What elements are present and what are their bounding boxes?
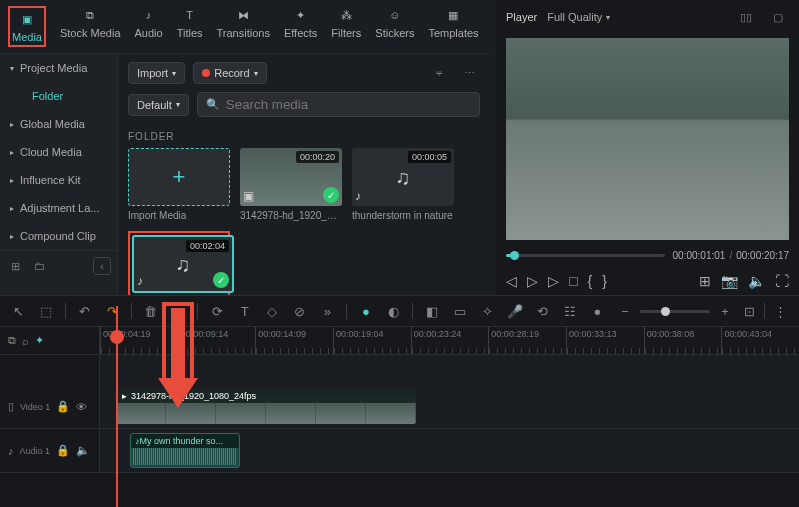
more-tools-icon[interactable]: » (319, 302, 337, 320)
mic-icon[interactable]: 🎤 (506, 302, 524, 320)
record-icon[interactable]: ● (589, 302, 607, 320)
playhead[interactable] (116, 306, 118, 507)
record-button[interactable]: Record▾ (193, 62, 266, 84)
video-clip[interactable]: ▸3142978-hd_1920_1080_24fps (116, 389, 416, 424)
player-viewport[interactable] (506, 38, 789, 240)
sidebar-item-influence-kit[interactable]: Influence Kit (0, 166, 117, 194)
video-thumb[interactable]: 00:00:20 ▣ ✓ (240, 148, 342, 206)
audio-track-body[interactable]: ♪My own thunder so... (100, 429, 799, 472)
check-icon: ✓ (323, 187, 339, 203)
speed-icon[interactable]: ⊘ (291, 302, 309, 320)
tab-label: Titles (177, 27, 203, 39)
tab-transitions[interactable]: ⧓Transitions (217, 6, 270, 47)
quality-dropdown[interactable]: Full Quality▾ (547, 11, 610, 23)
text-icon[interactable]: T (236, 302, 254, 320)
zoom-in-icon[interactable]: + (716, 302, 734, 320)
ruler-mark: 00:00:23:24 (411, 327, 489, 354)
redo-icon[interactable]: ↷ (104, 302, 122, 320)
zoom-fit-icon[interactable]: ⊡ (740, 302, 758, 320)
marker-icon[interactable]: ● (357, 302, 375, 320)
sidebar-item-project-media[interactable]: Project Media (0, 54, 117, 82)
folder-icon[interactable]: 🗀 (30, 257, 48, 275)
audio-track-icon[interactable]: ♪ (8, 445, 14, 457)
tab-stickers[interactable]: ☺Stickers (375, 6, 414, 47)
templates-icon: ▦ (444, 6, 462, 24)
search-input[interactable]: 🔍 (197, 92, 480, 117)
snap-icon[interactable]: ✦ (35, 334, 44, 347)
delete-icon[interactable]: 🗑 (142, 302, 160, 320)
audio-track: ♪ Audio 1 🔒 🔈 ♪My own thunder so... (0, 429, 799, 473)
audio-clip[interactable]: ♪My own thunder so... (130, 433, 240, 468)
fullscreen-icon[interactable]: ⛶ (775, 273, 789, 289)
pointer-icon[interactable]: ↖ (10, 302, 28, 320)
media-card-import[interactable]: + Import Media (128, 148, 230, 221)
tab-media[interactable]: ▣Media (8, 6, 46, 47)
sidebar-item-global-media[interactable]: Global Media (0, 110, 117, 138)
audio-thumb[interactable]: ♫ 00:02:04 ♪ ✓ (132, 235, 234, 293)
progress-bar[interactable] (506, 254, 665, 257)
media-card-audio[interactable]: ♫ 00:00:05 ♪ thunderstorm in nature (352, 148, 454, 221)
video-track-icon[interactable]: ▯ (8, 400, 14, 413)
video-track-body[interactable]: ▸3142978-hd_1920_1080_24fps (100, 385, 799, 428)
tab-templates[interactable]: ▦Templates (428, 6, 478, 47)
timeline-ruler[interactable]: 00:00:04:19 00:00:09:14 00:00:14:09 00:0… (100, 327, 799, 354)
magnet-icon[interactable]: ⌕ (22, 335, 29, 347)
search-field[interactable] (226, 97, 471, 112)
transitions-icon: ⧓ (234, 6, 252, 24)
tab-label: Filters (331, 27, 361, 39)
tab-audio[interactable]: ♪Audio (135, 6, 163, 47)
audio-thumb[interactable]: ♫ 00:00:05 ♪ (352, 148, 454, 206)
import-thumb[interactable]: + (128, 148, 230, 206)
play-icon[interactable]: ▷ (527, 273, 538, 289)
cut-icon[interactable]: ✂ (170, 302, 188, 320)
timeline-more-icon[interactable]: ⋮ (771, 302, 789, 320)
sidebar-item-compound-clip[interactable]: Compound Clip (0, 222, 117, 250)
keyframe-icon[interactable]: ◇ (263, 302, 281, 320)
audio-tool-icon[interactable]: ◐ (385, 302, 403, 320)
render-icon[interactable]: ⟲ (533, 302, 551, 320)
import-button[interactable]: Import▾ (128, 62, 185, 84)
volume-icon[interactable]: 🔈 (748, 273, 765, 289)
mute-icon[interactable]: 🔈 (76, 444, 90, 457)
mark-out-icon[interactable]: } (602, 273, 607, 289)
next-frame-icon[interactable]: ▷ (548, 273, 559, 289)
video-type-icon: ▣ (243, 189, 254, 203)
zoom-out-icon[interactable]: − (616, 302, 634, 320)
mark-in-icon[interactable]: { (587, 273, 592, 289)
sidebar-item-cloud-media[interactable]: Cloud Media (0, 138, 117, 166)
tab-titles[interactable]: TTitles (177, 6, 203, 47)
sort-default-button[interactable]: Default▾ (128, 94, 189, 116)
tab-filters[interactable]: ⁂Filters (331, 6, 361, 47)
record-dot-icon (202, 69, 210, 77)
mixer-icon[interactable]: ☷ (561, 302, 579, 320)
snapshot-icon[interactable]: ▢ (767, 6, 789, 28)
lock-icon[interactable]: 🔒 (56, 444, 70, 457)
settings-icon[interactable]: ⊞ (699, 273, 711, 289)
link-icon[interactable]: ⧉ (8, 334, 16, 347)
track-head-video: ▯ Video 1 🔒 👁 (0, 385, 100, 428)
sidebar-item-adjustment-layer[interactable]: Adjustment La... (0, 194, 117, 222)
crop-icon[interactable]: ⟳ (208, 302, 226, 320)
collapse-sidebar-icon[interactable]: ‹ (93, 257, 111, 275)
folder-heading: FOLDER (128, 131, 480, 142)
tab-effects[interactable]: ✦Effects (284, 6, 317, 47)
select-icon[interactable]: ⬚ (38, 302, 56, 320)
sidebar-item-folder[interactable]: Folder (0, 82, 117, 110)
visibility-icon[interactable]: 👁 (76, 401, 87, 413)
compare-view-icon[interactable]: ▯▯ (735, 6, 757, 28)
tab-label: Media (12, 31, 42, 43)
ai-icon[interactable]: ✧ (478, 302, 496, 320)
color-icon[interactable]: ◧ (423, 302, 441, 320)
stop-icon[interactable]: □ (569, 273, 577, 289)
zoom-slider[interactable] (640, 310, 710, 313)
tab-stock-media[interactable]: ⧉Stock Media (60, 6, 121, 47)
media-card-video[interactable]: 00:00:20 ▣ ✓ 3142978-hd_1920_108... (240, 148, 342, 221)
mask-icon[interactable]: ▭ (451, 302, 469, 320)
prev-frame-icon[interactable]: ◁ (506, 273, 517, 289)
undo-icon[interactable]: ↶ (76, 302, 94, 320)
filter-icon[interactable]: ⫧ (428, 62, 450, 84)
camera-icon[interactable]: 📷 (721, 273, 738, 289)
lock-icon[interactable]: 🔒 (56, 400, 70, 413)
new-folder-icon[interactable]: ⊞ (6, 257, 24, 275)
more-icon[interactable]: ⋯ (458, 62, 480, 84)
